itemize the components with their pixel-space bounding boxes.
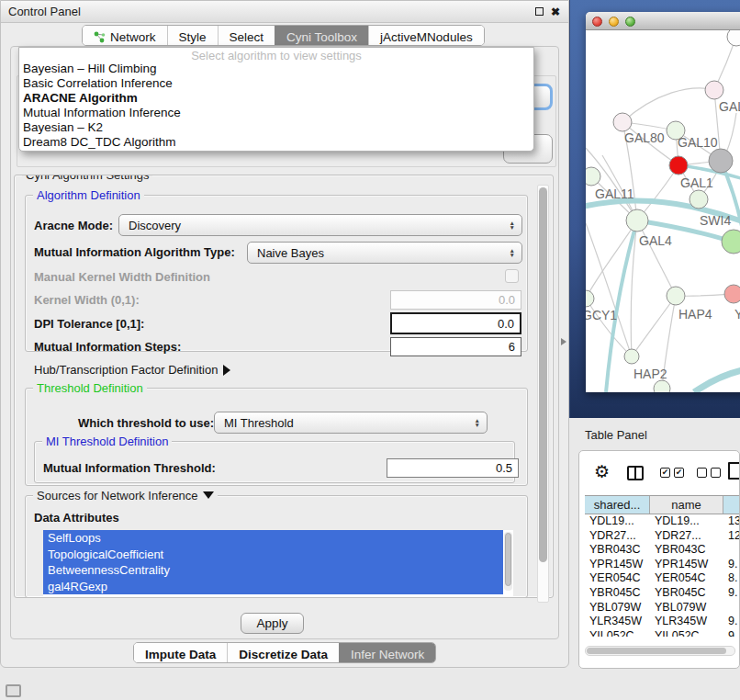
tab-style[interactable]: Style bbox=[167, 26, 218, 45]
unchecked-checkbox-icon[interactable] bbox=[711, 468, 721, 478]
manual-kernel-width-label: Manual Kernel Width Definition bbox=[34, 270, 210, 284]
tab-select[interactable]: Select bbox=[218, 26, 275, 45]
dpi-tolerance-label: DPI Tolerance [0,1]: bbox=[34, 317, 144, 331]
node-label: GCY1 bbox=[586, 308, 617, 322]
node-label: GAL bbox=[719, 99, 740, 114]
algorithm-option[interactable]: Bayesian – K2 bbox=[22, 120, 527, 135]
tab-network[interactable]: Network bbox=[83, 26, 167, 45]
attribute-list-scrollbar[interactable] bbox=[504, 532, 512, 591]
table-row[interactable]: YPR145WYPR145W9. bbox=[585, 558, 740, 572]
node-label: SWI4 bbox=[700, 213, 731, 228]
attribute-item[interactable]: SelfLoops bbox=[43, 530, 503, 547]
network-window-titlebar[interactable] bbox=[586, 12, 740, 30]
hub-definition-expander[interactable]: Hub/Transcription Factor Definition bbox=[34, 363, 230, 377]
algorithm-definition-title: Algorithm Definition bbox=[33, 188, 144, 202]
expand-right-icon bbox=[223, 365, 230, 376]
algorithm-option[interactable]: Basic Correlation Inference bbox=[22, 76, 527, 91]
settings-group-title: Cyni Algorithm Settings bbox=[22, 175, 152, 182]
network-graph: GAL GAL80 GAL10 GAL1 GAL11 SWI4 GAL4 GCY… bbox=[586, 30, 740, 392]
table-row[interactable]: YER054CYER054C8. bbox=[585, 571, 740, 586]
node-gal11[interactable] bbox=[586, 167, 600, 186]
table-panel-title: Table Panel bbox=[585, 428, 647, 442]
tab-infer-network[interactable]: Infer Network bbox=[339, 643, 435, 662]
node-gal[interactable] bbox=[705, 81, 723, 99]
network-canvas[interactable]: GAL GAL80 GAL10 GAL1 GAL11 SWI4 GAL4 GCY… bbox=[586, 30, 740, 392]
mi-algorithm-type-select[interactable]: Naive Bayes ▲▼ bbox=[247, 242, 522, 264]
node-hap2[interactable] bbox=[624, 349, 639, 364]
node-table: shared... name YDL19...YDL19...13 YDR27.… bbox=[585, 495, 740, 637]
table-row-clipped[interactable]: YIL052CYIL052C9 bbox=[585, 629, 740, 637]
algorithm-option-selected[interactable]: ARACNE Algorithm bbox=[22, 91, 527, 106]
node-label: GAL1 bbox=[680, 175, 713, 190]
columns-icon[interactable] bbox=[627, 466, 644, 480]
table-row[interactable]: YLR345WYLR345W9. bbox=[585, 615, 740, 629]
panel-title: Control Panel bbox=[8, 5, 81, 18]
table-row[interactable]: YBL079WYBL079W bbox=[585, 601, 740, 615]
algorithm-option[interactable]: Bayesian – Hill Climbing bbox=[22, 62, 527, 76]
column-header-shared[interactable]: shared... bbox=[585, 496, 650, 514]
panel-divider-arrow[interactable] bbox=[561, 338, 566, 345]
apply-button[interactable]: Apply bbox=[241, 613, 304, 634]
tab-jactivemnodules[interactable]: jActiveMNodules bbox=[368, 26, 484, 45]
manual-kernel-width-checkbox[interactable] bbox=[505, 269, 519, 283]
node[interactable] bbox=[727, 30, 740, 46]
kernel-width-field[interactable]: 0.0 bbox=[390, 290, 521, 310]
node-gal4[interactable] bbox=[626, 209, 648, 231]
table-panel: ⚙ ✔ ✔ shared... name YDL19...YDL19...13 … bbox=[578, 450, 740, 669]
column-header-name[interactable]: name bbox=[650, 496, 723, 514]
close-traffic-icon[interactable] bbox=[592, 17, 602, 27]
algorithm-dropdown-list: Select algorithm to view settings Bayesi… bbox=[18, 47, 534, 152]
table-row[interactable]: YBR045CYBR045C9. bbox=[585, 586, 740, 601]
node-label: GAL4 bbox=[639, 233, 672, 248]
combo-arrows-icon: ▲▼ bbox=[510, 248, 515, 257]
algorithm-option[interactable]: Mutual Information Inference bbox=[22, 106, 527, 120]
node-salmon[interactable] bbox=[724, 285, 740, 303]
table-row[interactable]: YDR27...YDR27...12 bbox=[585, 529, 740, 544]
table-row[interactable]: YDL19...YDL19...13 bbox=[585, 514, 740, 529]
attribute-item[interactable]: gal4RGexp bbox=[43, 579, 503, 595]
checked-checkbox-icon[interactable]: ✔ bbox=[660, 468, 670, 478]
mi-threshold-label: Mutual Information Threshold: bbox=[43, 461, 216, 475]
document-icon[interactable] bbox=[728, 462, 740, 480]
table-header-row: shared... name bbox=[585, 495, 740, 514]
settings-scrollbar[interactable] bbox=[537, 185, 549, 603]
unchecked-checkbox-icon[interactable] bbox=[697, 468, 707, 478]
aracne-mode-select[interactable]: Discovery ▲▼ bbox=[118, 214, 522, 236]
node-hap4[interactable] bbox=[667, 287, 685, 305]
close-icon[interactable]: ✖ bbox=[550, 6, 561, 17]
node-gal1-selected[interactable] bbox=[669, 156, 688, 175]
gear-icon[interactable]: ⚙ bbox=[594, 463, 610, 480]
attribute-item[interactable]: TopologicalCoefficient bbox=[43, 547, 503, 563]
column-header-clipped[interactable] bbox=[723, 496, 740, 514]
node-gal80[interactable] bbox=[613, 113, 632, 131]
node-swi4[interactable] bbox=[690, 190, 708, 209]
cyni-bottom-tabs: Impute Data Discretize Data Infer Networ… bbox=[133, 642, 436, 663]
tab-impute-data[interactable]: Impute Data bbox=[134, 643, 227, 662]
mi-threshold-field[interactable]: 0.5 bbox=[387, 458, 519, 478]
node-green[interactable] bbox=[722, 230, 740, 254]
mi-steps-field[interactable]: 6 bbox=[390, 337, 521, 356]
float-window-icon[interactable] bbox=[533, 6, 544, 17]
dpi-tolerance-field[interactable]: 0.0 bbox=[390, 312, 521, 334]
sources-group-title[interactable]: Sources for Network Inference bbox=[33, 489, 218, 502]
kernel-width-label: Kernel Width (0,1): bbox=[34, 293, 140, 307]
data-attributes-label: Data Attributes bbox=[34, 511, 119, 525]
table-horizontal-scrollbar[interactable] bbox=[585, 646, 735, 656]
minimize-traffic-icon[interactable] bbox=[609, 17, 619, 27]
combo-arrows-icon: ▲▼ bbox=[510, 220, 515, 230]
attribute-item[interactable]: BetweennessCentrality bbox=[43, 562, 503, 579]
settings-scrollbar-thumb[interactable] bbox=[539, 187, 547, 562]
zoom-traffic-icon[interactable] bbox=[625, 17, 635, 27]
node-label: Y bbox=[734, 307, 740, 322]
tab-discretize-data[interactable]: Discretize Data bbox=[227, 643, 339, 662]
algorithm-option[interactable]: Dream8 DC_TDC Algorithm bbox=[22, 135, 527, 150]
checked-checkbox-icon[interactable]: ✔ bbox=[674, 468, 684, 478]
scrollbar-thumb[interactable] bbox=[587, 648, 726, 654]
tab-cyni-toolbox[interactable]: Cyni Toolbox bbox=[275, 26, 368, 45]
node-gray[interactable] bbox=[709, 149, 733, 173]
which-threshold-select[interactable]: MI Threshold ▲▼ bbox=[214, 412, 488, 434]
node-gcy1[interactable] bbox=[586, 290, 594, 307]
restore-panel-icon[interactable] bbox=[6, 684, 21, 697]
table-row[interactable]: YBR043CYBR043C bbox=[585, 543, 740, 558]
node[interactable] bbox=[654, 380, 670, 392]
